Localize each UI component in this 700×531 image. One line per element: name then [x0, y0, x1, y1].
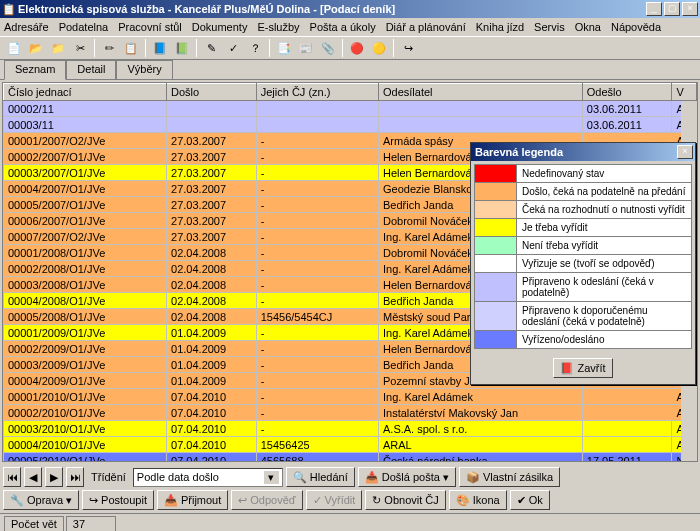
table-row[interactable]: 00003/2010/O1/JVe07.04.2010-A.S.A. spol.…: [4, 421, 697, 437]
toolbar-btn[interactable]: 📋: [121, 38, 141, 58]
toolbar-btn[interactable]: ✏: [99, 38, 119, 58]
cell: 07.04.2010: [167, 453, 257, 463]
toolbar-btn[interactable]: 📎: [318, 38, 338, 58]
dialog-titlebar[interactable]: Barevná legenda ×: [471, 143, 695, 161]
icon-button[interactable]: 🎨 Ikona: [449, 490, 507, 510]
incoming-mail-button[interactable]: 📥 Došlá pošta ▾: [358, 467, 456, 487]
toolbar-btn[interactable]: ✓: [223, 38, 243, 58]
sort-value: Podle data došlo: [137, 471, 219, 483]
sort-combo[interactable]: Podle data došlo ▾: [133, 468, 283, 487]
color-swatch: [475, 201, 517, 218]
cell: 01.04.2009: [167, 341, 257, 357]
dialog-close-icon[interactable]: ×: [677, 145, 693, 159]
menu-item[interactable]: Kniha jízd: [476, 21, 524, 33]
table-row[interactable]: 00003/1103.06.2011A: [4, 117, 697, 133]
toolbar-btn[interactable]: 📄: [4, 38, 24, 58]
cell: -: [256, 213, 378, 229]
column-header[interactable]: Číslo jednací: [4, 84, 167, 101]
reply-button[interactable]: ↩ Odpověď: [231, 490, 302, 510]
toolbar-btn[interactable]: 🔴: [347, 38, 367, 58]
table-row[interactable]: 00002/1103.06.2011A: [4, 101, 697, 117]
ok-button[interactable]: ✔ Ok: [510, 490, 550, 510]
table-row[interactable]: 00005/2010/O1/JVe07.04.20104565688Česká …: [4, 453, 697, 463]
cell: 00006/2007/O1/JVe: [4, 213, 167, 229]
dialog-close-button[interactable]: 📕 Zavřít: [553, 358, 612, 378]
cell: 03.06.2011: [582, 101, 672, 117]
cell: 00004/2008/O1/JVe: [4, 293, 167, 309]
nav-prev-button[interactable]: ◀: [24, 467, 42, 487]
status-value: 37: [66, 516, 116, 532]
close-button[interactable]: ×: [682, 2, 698, 16]
cell: 00001/2007/O2/JVe: [4, 133, 167, 149]
menu-item[interactable]: Dokumenty: [192, 21, 248, 33]
toolbar-btn[interactable]: ？: [245, 38, 265, 58]
menu-item[interactable]: Pracovní stůl: [118, 21, 182, 33]
cell: 01.04.2009: [167, 373, 257, 389]
toolbar-btn[interactable]: 📘: [150, 38, 170, 58]
tab-bar: SeznamDetailVýběry: [0, 60, 700, 80]
own-item-button[interactable]: 📦 Vlastní zásilka: [459, 467, 560, 487]
nav-last-button[interactable]: ⏭: [66, 467, 84, 487]
toolbar-btn[interactable]: 📁: [48, 38, 68, 58]
toolbar-btn[interactable]: ✎: [201, 38, 221, 58]
cell: 00005/2010/O1/JVe: [4, 453, 167, 463]
menu-item[interactable]: Nápověda: [611, 21, 661, 33]
tab[interactable]: Seznam: [4, 60, 66, 80]
cell: 03.06.2011: [582, 117, 672, 133]
refresh-button[interactable]: ↻ Obnovit ČJ: [365, 490, 445, 510]
toolbar-btn[interactable]: ↪: [398, 38, 418, 58]
column-header[interactable]: Odešlo: [582, 84, 672, 101]
legend-text: Připraveno k odeslání (čeká v podatelně): [517, 273, 691, 301]
maximize-button[interactable]: ▢: [664, 2, 680, 16]
nav-first-button[interactable]: ⏮: [3, 467, 21, 487]
cell: 00002/2009/O1/JVe: [4, 341, 167, 357]
cell: 00001/2009/O1/JVe: [4, 325, 167, 341]
menu-item[interactable]: Adresáře: [4, 21, 49, 33]
cell: Ing. Karel Adámek: [379, 389, 583, 405]
grid-header-row[interactable]: Číslo jednacíDošloJejich ČJ (zn.)Odesíla…: [4, 84, 697, 101]
cell: Česká národní banka: [379, 453, 583, 463]
table-row[interactable]: 00004/2010/O1/JVe07.04.201015456425ARALA: [4, 437, 697, 453]
cell: 00004/2010/O1/JVe: [4, 437, 167, 453]
nav-next-button[interactable]: ▶: [45, 467, 63, 487]
legend-row: Vyřizuje se (tvoří se odpověď): [474, 255, 692, 273]
cell: 00002/2007/O1/JVe: [4, 149, 167, 165]
column-header[interactable]: Jejich ČJ (zn.): [256, 84, 378, 101]
menu-item[interactable]: Servis: [534, 21, 565, 33]
resolve-button[interactable]: ✓ Vyřídit: [306, 490, 363, 510]
edit-button[interactable]: 🔧 Oprava ▾: [3, 490, 79, 510]
cell: -: [256, 133, 378, 149]
tab[interactable]: Výběry: [116, 60, 172, 79]
forward-button[interactable]: ↪ Postoupit: [82, 490, 154, 510]
color-swatch: [475, 255, 517, 272]
menu-item[interactable]: Okna: [575, 21, 601, 33]
toolbar-btn[interactable]: 🟡: [369, 38, 389, 58]
toolbar-btn[interactable]: 📂: [26, 38, 46, 58]
table-row[interactable]: 00001/2010/O1/JVe07.04.2010-Ing. Karel A…: [4, 389, 697, 405]
cell: 02.04.2008: [167, 261, 257, 277]
search-button[interactable]: 🔍 Hledání: [286, 467, 355, 487]
menu-item[interactable]: E-služby: [257, 21, 299, 33]
column-header[interactable]: Odesílatel: [379, 84, 583, 101]
toolbar-btn[interactable]: 📰: [296, 38, 316, 58]
cell: 15456425: [256, 437, 378, 453]
cell: 00002/11: [4, 101, 167, 117]
toolbar-btn[interactable]: 📗: [172, 38, 192, 58]
column-header[interactable]: Došlo: [167, 84, 257, 101]
column-header[interactable]: V: [672, 84, 697, 101]
cell: -: [256, 325, 378, 341]
toolbar-btn[interactable]: ✂: [70, 38, 90, 58]
tab[interactable]: Detail: [66, 60, 116, 79]
cell: -: [256, 373, 378, 389]
toolbar-btn[interactable]: 📑: [274, 38, 294, 58]
cell: -: [256, 357, 378, 373]
cell: ARAL: [379, 437, 583, 453]
accept-button[interactable]: 📥 Přijmout: [157, 490, 228, 510]
menu-item[interactable]: Diář a plánování: [386, 21, 466, 33]
minimize-button[interactable]: _: [646, 2, 662, 16]
legend-text: Je třeba vyřídit: [517, 219, 691, 236]
menu-item[interactable]: Podatelna: [59, 21, 109, 33]
table-row[interactable]: 00002/2010/O1/JVe07.04.2010-Instalatérst…: [4, 405, 697, 421]
menu-item[interactable]: Pošta a úkoly: [310, 21, 376, 33]
color-swatch: [475, 302, 517, 330]
